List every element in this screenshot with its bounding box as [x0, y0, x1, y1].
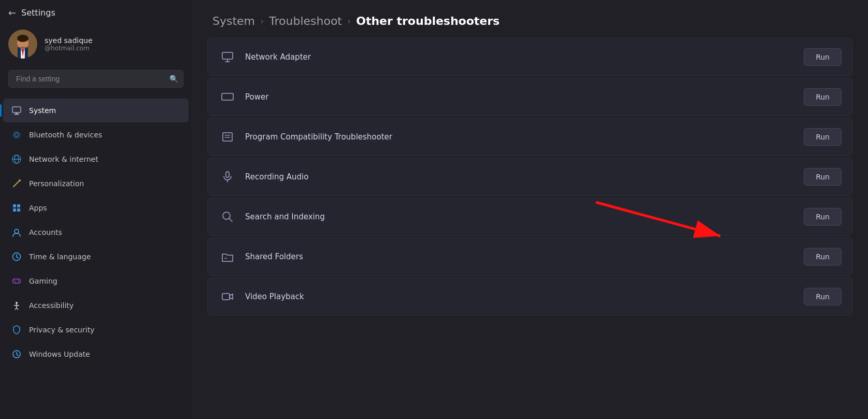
svg-point-28 — [18, 280, 19, 281]
run-button-program-compat[interactable]: Run — [804, 128, 842, 146]
svg-rect-50 — [222, 294, 230, 300]
search-input[interactable] — [8, 70, 183, 88]
personalization-icon — [11, 178, 22, 189]
apps-icon — [11, 203, 22, 213]
shared-folders-icon — [218, 247, 237, 266]
svg-rect-20 — [17, 208, 20, 212]
back-button[interactable]: ← Settings — [8, 7, 183, 18]
breadcrumb-sep-1: › — [260, 16, 264, 26]
accounts-icon — [11, 227, 22, 238]
troubleshooter-label-recording-audio: Recording Audio — [245, 172, 804, 181]
user-profile[interactable]: syed sadique @hotmail.com — [8, 27, 183, 61]
svg-text:⬡: ⬡ — [14, 131, 19, 138]
troubleshooter-row-video-playback: Video PlaybackRun — [207, 277, 852, 316]
user-email: @hotmail.com — [45, 45, 93, 52]
troubleshooter-list: Network AdapterRunPowerRunProgram Compat… — [192, 38, 868, 333]
power-icon — [218, 88, 237, 106]
breadcrumb-system: System — [212, 15, 255, 27]
svg-rect-40 — [223, 133, 232, 141]
network-adapter-icon — [218, 48, 237, 66]
run-button-shared-folders[interactable]: Run — [804, 248, 842, 266]
troubleshooter-label-search-indexing: Search and Indexing — [245, 212, 804, 221]
run-button-network-adapter[interactable]: Run — [804, 48, 842, 66]
svg-rect-39 — [222, 93, 233, 100]
svg-rect-45 — [226, 172, 229, 177]
privacy-icon — [11, 325, 22, 335]
svg-rect-9 — [14, 114, 19, 115]
search-box: 🔍 — [8, 70, 183, 88]
sidebar-item-update[interactable]: Windows Update — [3, 342, 189, 366]
run-button-power[interactable]: Run — [804, 88, 842, 106]
breadcrumb: System › Troubleshoot › Other troublesho… — [192, 0, 868, 38]
sidebar-item-label-network: Network & internet — [29, 155, 180, 163]
bluetooth-icon: ⬡ — [11, 130, 22, 140]
search-icon: 🔍 — [169, 75, 178, 83]
run-button-recording-audio[interactable]: Run — [804, 168, 842, 186]
svg-line-15 — [13, 180, 20, 187]
svg-point-30 — [16, 302, 18, 304]
sidebar-item-system[interactable]: System — [3, 99, 189, 122]
troubleshooter-label-video-playback: Video Playback — [245, 292, 804, 301]
sidebar-item-label-bluetooth: Bluetooth & devices — [29, 131, 180, 139]
svg-rect-18 — [17, 204, 20, 207]
avatar-svg — [8, 30, 37, 59]
svg-rect-25 — [13, 279, 20, 283]
troubleshooter-label-program-compat: Program Compatibility Troubleshooter — [245, 132, 804, 142]
recording-audio-icon — [218, 167, 237, 186]
breadcrumb-current: Other troubleshooters — [356, 15, 500, 27]
sidebar-item-label-gaming: Gaming — [29, 277, 180, 285]
update-icon — [11, 349, 22, 359]
svg-rect-36 — [222, 52, 233, 59]
sidebar-item-label-apps: Apps — [29, 204, 180, 212]
troubleshooter-row-power: PowerRun — [207, 78, 852, 116]
sidebar-item-label-personalization: Personalization — [29, 179, 180, 188]
sidebar-item-network[interactable]: Network & internet — [3, 147, 189, 171]
time-icon — [11, 252, 22, 262]
user-info: syed sadique @hotmail.com — [45, 36, 93, 52]
troubleshooter-row-shared-folders: Shared FoldersRun — [207, 238, 852, 276]
sidebar-item-label-privacy: Privacy & security — [29, 326, 180, 334]
troubleshooter-label-shared-folders: Shared Folders — [245, 252, 804, 261]
sidebar-item-personalization[interactable]: Personalization — [3, 172, 189, 195]
svg-point-5 — [17, 35, 29, 42]
troubleshooter-row-network-adapter: Network AdapterRun — [207, 38, 852, 76]
svg-rect-19 — [13, 208, 16, 212]
svg-point-29 — [18, 282, 19, 283]
breadcrumb-sep-2: › — [347, 16, 351, 26]
system-icon — [11, 105, 22, 116]
svg-marker-51 — [230, 294, 233, 299]
accessibility-icon — [11, 300, 22, 311]
sidebar-item-label-accessibility: Accessibility — [29, 301, 180, 310]
sidebar-nav: System⬡Bluetooth & devicesNetwork & inte… — [0, 96, 192, 419]
svg-point-21 — [15, 229, 19, 233]
gaming-icon — [11, 276, 22, 286]
network-icon — [11, 154, 22, 164]
svg-rect-7 — [12, 107, 21, 113]
main-content: System › Troubleshoot › Other troublesho… — [192, 0, 868, 419]
svg-line-34 — [17, 308, 18, 310]
sidebar-item-apps[interactable]: Apps — [3, 196, 189, 220]
sidebar-item-bluetooth[interactable]: ⬡Bluetooth & devices — [3, 123, 189, 147]
svg-point-6 — [18, 47, 27, 51]
back-arrow-icon: ← — [8, 7, 16, 18]
svg-point-16 — [19, 179, 21, 181]
run-button-video-playback[interactable]: Run — [804, 288, 842, 305]
sidebar-item-gaming[interactable]: Gaming — [3, 269, 189, 293]
avatar — [8, 30, 37, 59]
run-button-search-indexing[interactable]: Run — [804, 208, 842, 226]
svg-rect-17 — [13, 204, 16, 207]
troubleshooter-row-search-indexing: Search and IndexingRun — [207, 198, 852, 236]
app-title: Settings — [21, 8, 55, 18]
sidebar-item-label-accounts: Accounts — [29, 228, 180, 236]
sidebar-item-privacy[interactable]: Privacy & security — [3, 318, 189, 342]
sidebar-item-accessibility[interactable]: Accessibility — [3, 294, 189, 317]
svg-line-24 — [17, 257, 18, 258]
sidebar-top: ← Settings — [0, 0, 192, 96]
troubleshooter-row-program-compat: Program Compatibility TroubleshooterRun — [207, 118, 852, 156]
svg-rect-8 — [15, 113, 18, 114]
sidebar: ← Settings — [0, 0, 192, 419]
sidebar-item-accounts[interactable]: Accounts — [3, 220, 189, 244]
sidebar-item-label-system: System — [29, 106, 180, 115]
sidebar-item-time[interactable]: Time & language — [3, 245, 189, 269]
user-name: syed sadique — [45, 36, 93, 45]
